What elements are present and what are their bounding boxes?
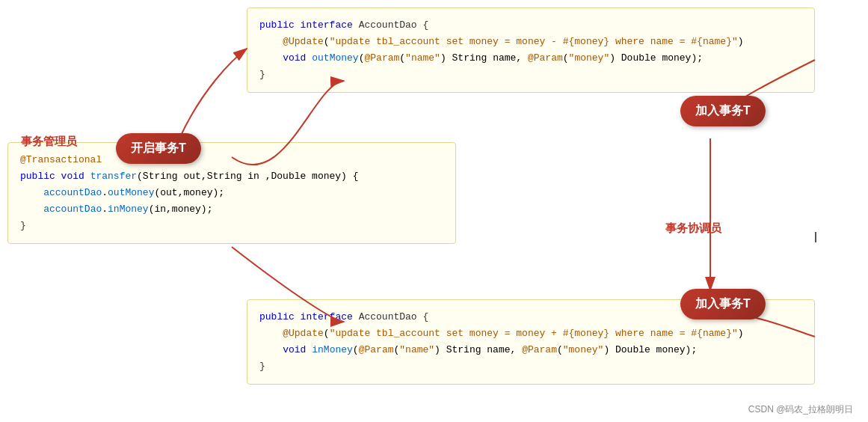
middle-code-line-2: public void transfer(String out,String i… — [20, 168, 443, 185]
top-code-line-1: public interface AccountDao { — [259, 17, 802, 34]
watermark: CSDN @码农_拉格朗明日 — [748, 403, 853, 416]
bottom-code-line-2: @Update("update tbl_account set money = … — [259, 325, 802, 342]
top-code-line-2: @Update("update tbl_account set money = … — [259, 34, 802, 50]
middle-code-box: @Transactional public void transfer(Stri… — [7, 142, 456, 244]
open-tx-bubble[interactable]: 开启事务T — [116, 133, 201, 164]
middle-code-line-4: accountDao.inMoney(in,money); — [20, 201, 443, 218]
bottom-code-line-4: } — [259, 358, 802, 375]
bottom-code-line-3: void inMoney(@Param("name") String name,… — [259, 342, 802, 358]
middle-code-line-1: @Transactional — [20, 152, 443, 168]
middle-code-line-3: accountDao.outMoney(out,money); — [20, 185, 443, 201]
transaction-coordinator-label: 事务协调员 — [665, 221, 721, 236]
join-tx-top-bubble[interactable]: 加入事务T — [680, 96, 766, 126]
transaction-manager-label: 事务管理员 — [21, 135, 77, 149]
top-code-box: public interface AccountDao { @Update("u… — [247, 7, 815, 93]
middle-code-line-5: } — [20, 218, 443, 234]
join-tx-bottom-bubble[interactable]: 加入事务T — [680, 289, 766, 319]
cursor — [815, 232, 821, 242]
top-code-line-4: } — [259, 67, 802, 83]
top-code-line-3: void outMoney(@Param("name") String name… — [259, 50, 802, 67]
